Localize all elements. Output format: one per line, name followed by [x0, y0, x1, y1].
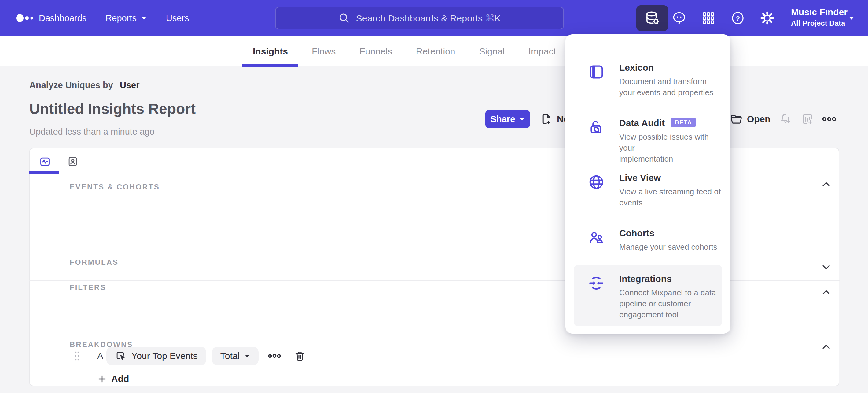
data-management-menu: Lexicon Document and transform your even…: [565, 34, 731, 334]
project-name: Music Finder: [791, 6, 847, 18]
feedback-bubble-icon: [672, 10, 687, 26]
beta-badge: BETA: [671, 117, 696, 127]
menu-item-description: Document and transform your events and p…: [619, 76, 713, 98]
help-icon: ?: [730, 10, 745, 26]
expand-formulas-button[interactable]: [821, 262, 831, 273]
collapse-filters-button[interactable]: [821, 287, 831, 298]
tab-signal[interactable]: Signal: [469, 36, 515, 66]
settings-gear-icon: [760, 10, 775, 26]
search-placeholder: Search Dashboards & Reports ⌘K: [356, 13, 501, 24]
apps-grid-icon: [702, 11, 715, 25]
chevron-up-icon: [822, 181, 831, 187]
drag-handle[interactable]: [74, 350, 80, 362]
top-header: Dashboards Reports Users Search Dashboar…: [0, 0, 868, 36]
tab-funnels[interactable]: Funnels: [349, 36, 403, 66]
chart-plus-icon: [801, 112, 814, 126]
aggregation-select-button[interactable]: Total: [212, 347, 258, 365]
search-input[interactable]: Search Dashboards & Reports ⌘K: [275, 7, 564, 29]
new-report-icon: [540, 113, 553, 125]
add-event-button[interactable]: Add: [98, 374, 129, 384]
report-title[interactable]: Untitled Insights Report: [29, 101, 196, 117]
caret-down-icon: [245, 354, 250, 358]
bell-plus-icon: [779, 112, 792, 126]
menu-item-description: Manage your saved cohorts: [619, 242, 717, 253]
trash-icon: [294, 350, 306, 362]
event-select-button[interactable]: Your Top Events: [106, 347, 206, 365]
caret-down-icon: [519, 117, 525, 121]
aggregation-value: Total: [220, 351, 240, 361]
search-icon: [338, 12, 350, 24]
menu-item-description: Connect Mixpanel to a data pipeline or c…: [619, 287, 716, 320]
plus-icon: [98, 375, 106, 383]
globe-icon: [587, 173, 605, 191]
add-to-dashboard-button[interactable]: [801, 110, 814, 128]
nav-reports[interactable]: Reports: [105, 13, 147, 23]
more-options-button[interactable]: [822, 110, 836, 128]
data-management-icon: [644, 10, 660, 26]
menu-item-cohorts[interactable]: Cohorts Manage your saved cohorts: [574, 220, 722, 253]
apps-grid-button[interactable]: [699, 0, 718, 36]
breakdowns-label: BREAKDOWNS: [70, 340, 133, 349]
more-options-icon: [268, 353, 281, 359]
uniques-by-selector[interactable]: User: [120, 80, 140, 90]
tab-insights[interactable]: Insights: [242, 36, 298, 66]
project-scope: All Project Data: [791, 18, 847, 28]
menu-item-description: View possible issues with your implement…: [619, 131, 722, 164]
main-nav: Dashboards Reports Users: [39, 0, 189, 36]
events-metrics-tab[interactable]: [39, 156, 51, 167]
report-tab-bar: Insights Flows Funnels Retention Signal …: [0, 36, 868, 66]
more-options-icon: [822, 115, 836, 123]
menu-item-lexicon[interactable]: Lexicon Document and transform your even…: [574, 54, 722, 98]
filters-label: FILTERS: [70, 283, 106, 292]
data-management-button[interactable]: [636, 5, 668, 31]
feedback-button[interactable]: [670, 0, 688, 36]
event-row: A Your Top Events Total: [74, 347, 306, 365]
formulas-label: FORMULAS: [70, 258, 119, 266]
caret-down-icon: [141, 16, 147, 20]
event-name: Your Top Events: [131, 351, 198, 361]
updated-timestamp: Updated less than a minute ago: [29, 127, 155, 137]
analyze-uniques-label: Analyze Uniques byUser: [29, 80, 140, 90]
menu-item-description: View a live streaming feed of events: [619, 186, 721, 208]
collapse-breakdowns-button[interactable]: [821, 342, 831, 352]
collapse-events-button[interactable]: [821, 179, 831, 190]
menu-item-data-audit[interactable]: Data AuditBETA View possible issues with…: [574, 109, 722, 164]
settings-button[interactable]: [758, 0, 776, 36]
cohorts-people-icon: [587, 229, 605, 246]
data-audit-lock-icon: [587, 118, 605, 136]
menu-item-integrations[interactable]: Integrations Connect Mixpanel to a data …: [574, 265, 722, 326]
event-row-letter: A: [94, 351, 106, 361]
tab-flows[interactable]: Flows: [301, 36, 346, 66]
pulse-chart-icon: [39, 156, 51, 167]
tab-retention[interactable]: Retention: [406, 36, 465, 66]
share-button[interactable]: Share: [485, 110, 530, 128]
chevron-up-icon: [822, 344, 831, 350]
open-folder-icon: [730, 113, 743, 125]
svg-text:?: ?: [736, 15, 740, 22]
project-caret-icon: [848, 15, 855, 20]
chevron-up-icon: [822, 289, 831, 296]
events-cohorts-label: EVENTS & COHORTS: [70, 183, 160, 191]
menu-item-live-view[interactable]: Live View View a live streaming feed of …: [574, 164, 722, 208]
help-button[interactable]: ?: [728, 0, 747, 36]
event-click-icon: [115, 350, 127, 362]
nav-users[interactable]: Users: [166, 13, 189, 23]
tab-impact[interactable]: Impact: [518, 36, 566, 66]
create-alert-button[interactable]: [779, 110, 792, 128]
open-report-button[interactable]: Open: [730, 110, 771, 128]
mixpanel-logo-icon[interactable]: [16, 12, 37, 24]
profiles-tab[interactable]: [67, 156, 79, 167]
nav-dashboards[interactable]: Dashboards: [39, 13, 87, 23]
chevron-down-icon: [822, 264, 831, 270]
event-more-options-button[interactable]: [268, 353, 281, 359]
profile-card-icon: [67, 156, 79, 167]
project-selector[interactable]: Music Finder All Project Data: [791, 6, 847, 28]
delete-event-button[interactable]: [294, 350, 306, 362]
lexicon-icon: [587, 63, 605, 81]
integrations-sync-icon: [587, 274, 605, 292]
